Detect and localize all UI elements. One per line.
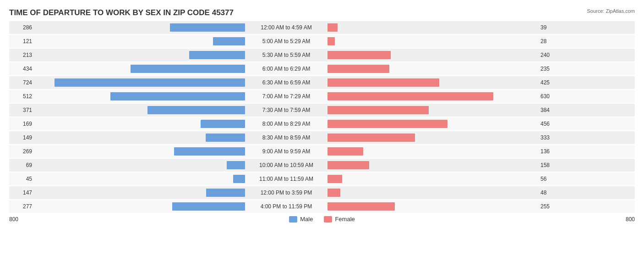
bar-row: 371 7:30 AM to 7:59 AM 384 [9,104,635,117]
left-bar-area [34,161,245,169]
left-value: 149 [9,134,34,141]
right-value: 28 [538,38,563,45]
right-bar-area [327,120,538,128]
time-label: 7:30 AM to 7:59 AM [245,107,327,113]
axis-left-label: 800 [9,216,37,223]
male-bar [174,147,245,156]
right-value: 158 [538,162,563,168]
male-bar [172,202,245,211]
left-value: 371 [9,107,34,113]
left-bar-area [34,175,245,183]
right-bar-area [327,92,538,100]
right-value: 630 [538,93,563,100]
male-bar [131,65,245,73]
left-bar-area [34,202,245,211]
left-value: 147 [9,189,34,196]
right-bar-area [327,189,538,197]
left-bar-area [34,147,245,156]
male-bar [55,78,245,87]
bar-row: 277 4:00 PM to 11:59 PM 255 [9,200,635,213]
left-bar-area [34,65,245,73]
left-value: 269 [9,148,34,155]
female-bar [327,147,363,156]
bar-row: 724 6:30 AM to 6:59 AM 425 [9,76,635,89]
time-label: 8:30 AM to 8:59 AM [245,134,327,141]
male-legend-box [289,216,297,223]
time-label: 12:00 AM to 4:59 AM [245,24,327,31]
female-bar [327,161,369,169]
left-value: 121 [9,38,34,45]
right-bar-area [327,106,538,114]
female-bar [327,106,429,114]
time-label: 5:30 AM to 5:59 AM [245,52,327,58]
right-value: 333 [538,134,563,141]
left-bar-area [34,106,245,114]
chart-title: TIME OF DEPARTURE TO WORK BY SEX IN ZIP … [9,8,635,17]
female-legend-box [324,216,332,223]
male-bar [189,51,245,59]
left-bar-area [34,92,245,100]
left-value: 434 [9,66,34,72]
female-bar [327,92,493,100]
bar-row: 45 11:00 AM to 11:59 AM 56 [9,173,635,185]
right-value: 136 [538,148,563,155]
right-bar-area [327,134,538,142]
right-bar-area [327,37,538,45]
right-value: 39 [538,24,563,31]
right-bar-area [327,65,538,73]
time-label: 12:00 PM to 3:59 PM [245,189,327,196]
male-bar [227,161,245,169]
male-bar [213,37,245,45]
left-bar-area [34,78,245,87]
right-bar-area [327,51,538,59]
male-bar [206,189,245,197]
right-bar-area [327,161,538,169]
bar-row: 213 5:30 AM to 5:59 AM 240 [9,49,635,61]
right-value: 255 [538,203,563,210]
right-value: 240 [538,52,563,58]
bar-row: 434 6:00 AM to 6:29 AM 235 [9,62,635,75]
time-label: 9:00 AM to 9:59 AM [245,148,327,155]
time-label: 6:00 AM to 6:29 AM [245,66,327,72]
right-bar-area [327,175,538,183]
right-value: 456 [538,121,563,127]
right-value: 384 [538,107,563,113]
right-value: 48 [538,189,563,196]
legend-female: Female [324,216,355,223]
male-bar [233,175,245,183]
left-value: 45 [9,176,34,182]
bar-row: 269 9:00 AM to 9:59 AM 136 [9,145,635,158]
male-bar [110,92,245,100]
right-value: 425 [538,79,563,86]
legend: Male Female [37,216,607,223]
female-bar [327,51,391,59]
bar-row: 121 5:00 AM to 5:29 AM 28 [9,35,635,48]
right-bar-area [327,78,538,87]
female-bar [327,175,342,183]
right-value: 235 [538,66,563,72]
chart-bottom: 800 Male Female 800 [9,216,635,223]
left-value: 286 [9,24,34,31]
bar-row: 512 7:00 AM to 7:29 AM 630 [9,90,635,103]
female-bar [327,120,448,128]
left-value: 724 [9,79,34,86]
left-bar-area [34,51,245,59]
chart-area: 286 12:00 AM to 4:59 AM 39 121 5:00 AM t… [9,21,635,213]
left-bar-area [34,23,245,32]
right-bar-area [327,147,538,156]
bar-row: 169 8:00 AM to 8:29 AM 456 [9,117,635,130]
left-value: 277 [9,203,34,210]
bar-row: 286 12:00 AM to 4:59 AM 39 [9,21,635,34]
left-bar-area [34,189,245,197]
male-bar [206,134,245,142]
time-label: 7:00 AM to 7:29 AM [245,93,327,100]
female-bar [327,37,335,45]
chart-source: Source: ZipAtlas.com [587,8,635,14]
right-bar-area [327,23,538,32]
female-bar [327,189,340,197]
right-bar-area [327,202,538,211]
time-label: 4:00 PM to 11:59 PM [245,203,327,210]
bar-row: 149 8:30 AM to 8:59 AM 333 [9,131,635,144]
bar-row: 69 10:00 AM to 10:59 AM 158 [9,159,635,172]
male-legend-label: Male [300,216,313,223]
